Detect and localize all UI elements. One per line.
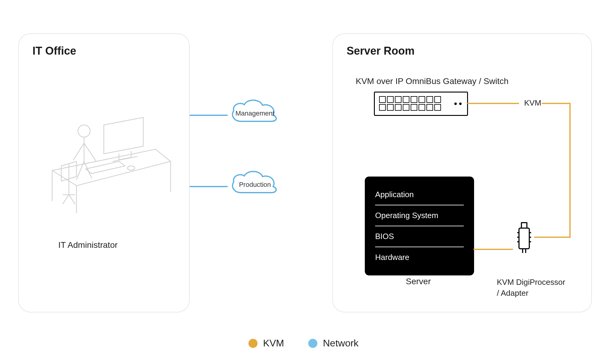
server-layer-bios: BIOS bbox=[375, 226, 464, 247]
server-room-panel: Server Room KVM over IP OmniBus Gateway … bbox=[332, 33, 592, 312]
adapter-label-line1: KVM DigiProcessor bbox=[497, 278, 565, 287]
management-line bbox=[190, 115, 228, 116]
legend-network: Network bbox=[308, 338, 358, 349]
workstation-icon bbox=[40, 101, 174, 216]
switch-leds bbox=[454, 103, 462, 105]
kvm-line-switch-to-label bbox=[467, 103, 519, 104]
server-room-title: Server Room bbox=[347, 45, 415, 57]
server-layer-os: Operating System bbox=[375, 205, 464, 226]
legend-network-dot bbox=[308, 339, 317, 348]
adapter-label-line2: / Adapter bbox=[497, 288, 528, 298]
legend-kvm: KVM bbox=[249, 338, 284, 349]
production-cloud-label: Production bbox=[239, 181, 271, 189]
legend: KVM Network bbox=[249, 338, 359, 349]
switch-device-icon bbox=[374, 92, 468, 116]
svg-rect-2 bbox=[519, 228, 529, 249]
svg-point-0 bbox=[127, 166, 135, 170]
kvm-line-vertical bbox=[569, 103, 571, 238]
management-cloud-label: Management bbox=[236, 110, 274, 117]
it-office-panel: IT Office bbox=[18, 33, 190, 312]
legend-network-label: Network bbox=[323, 338, 358, 349]
kvm-connection-label: KVM bbox=[524, 98, 541, 108]
server-stack: Application Operating System BIOS Hardwa… bbox=[365, 177, 474, 275]
switch-ports bbox=[379, 96, 441, 111]
adapter-icon bbox=[514, 219, 535, 255]
kvm-line-after-label bbox=[542, 103, 571, 104]
kvm-line-server-adapter bbox=[473, 249, 513, 250]
kvm-line-to-adapter bbox=[534, 237, 571, 238]
svg-point-1 bbox=[78, 125, 90, 137]
switch-title: KVM over IP OmniBus Gateway / Switch bbox=[356, 76, 509, 86]
production-line bbox=[190, 186, 228, 187]
server-layer-application: Application bbox=[375, 184, 464, 205]
it-admin-svg bbox=[40, 101, 174, 216]
adapter-label: KVM DigiProcessor / Adapter bbox=[497, 277, 565, 299]
management-cloud-icon: Management bbox=[226, 96, 284, 129]
legend-kvm-dot bbox=[249, 339, 258, 348]
server-label: Server bbox=[406, 277, 431, 286]
legend-kvm-label: KVM bbox=[263, 338, 284, 349]
it-office-title: IT Office bbox=[32, 45, 76, 57]
server-layer-hardware: Hardware bbox=[375, 247, 464, 268]
production-cloud-icon: Production bbox=[226, 167, 284, 200]
it-admin-label: IT Administrator bbox=[58, 240, 118, 250]
